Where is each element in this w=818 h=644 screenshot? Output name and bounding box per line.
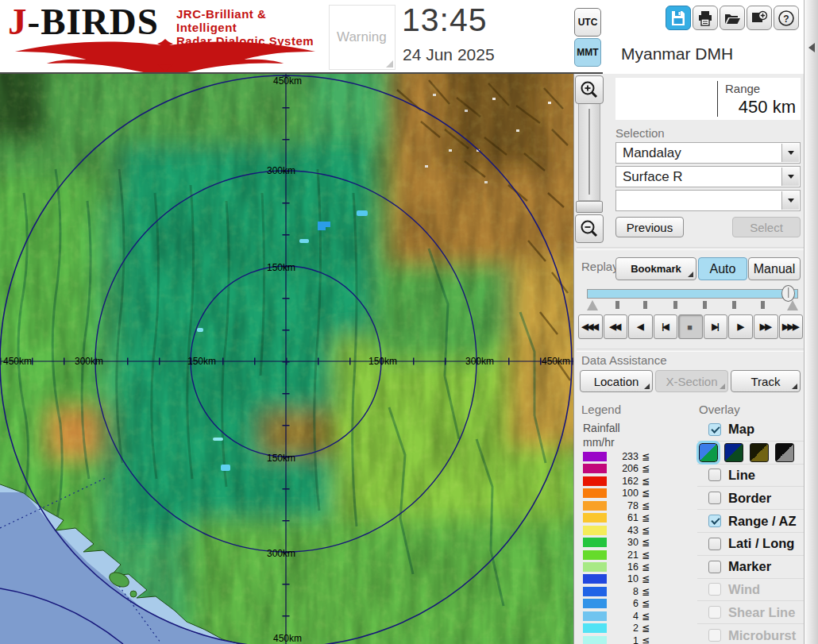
svg-text:450km: 450km [273,633,302,644]
skip-start-button[interactable]: ◀◀◀ [578,314,603,339]
separator [577,349,804,352]
checkbox-marker[interactable] [708,561,721,573]
overlay-row-border[interactable]: Border [697,487,804,510]
range-divider [717,81,718,117]
play-backward-button[interactable]: ◀ [628,314,653,339]
fast-rewind-button[interactable]: ◀◀ [604,314,628,339]
save-button[interactable] [666,6,691,30]
legend-row: 43≦ [583,525,670,537]
range-display: Range 450 km [615,78,801,120]
selection-label: Selection [615,126,665,140]
legend-row: 8≦ [583,586,670,598]
map-style-swatch-2[interactable] [724,443,743,462]
option-dropdown[interactable] [615,190,801,211]
slider-tick [703,301,707,309]
svg-text:300km: 300km [267,548,295,559]
utc-button[interactable]: UTC [574,8,601,37]
checkbox-wind [708,583,721,596]
map-style-swatch-3[interactable] [750,443,769,462]
legend-row: 233≦ [583,451,670,463]
auto-button[interactable]: Auto [698,257,747,280]
checkbox-lati-long[interactable] [708,538,721,550]
overlay-item-label: Lati / Long [728,536,794,551]
logo-title: J-BIRDS [8,0,159,43]
manual-button[interactable]: Manual [748,257,801,280]
location-button[interactable]: Location [580,370,653,392]
select-button[interactable]: Select [732,217,801,237]
mmt-button[interactable]: MMT [574,38,601,67]
slider-tick [673,301,677,309]
overlay-label: Overlay [699,403,740,416]
overlay-row-marker[interactable]: Marker [697,556,804,579]
svg-text:150km: 150km [267,453,295,464]
checkbox-map[interactable] [708,423,721,436]
product-dropdown[interactable]: Surface R [615,166,801,187]
print-button[interactable] [693,6,718,30]
site-dropdown-button[interactable] [781,144,799,162]
station-name: Myanmar DMH [621,44,733,64]
collapse-panel-icon[interactable] [808,43,815,52]
add-image-button[interactable] [747,6,772,30]
legend-color-chip [583,562,607,572]
help-icon: ? [777,10,795,27]
save-icon [669,10,687,27]
legend-row: 30≦ [583,537,670,549]
map-style-swatch-4[interactable] [775,443,794,462]
checkbox-range-az[interactable] [708,515,721,527]
xsection-button[interactable]: X-Section [655,370,728,392]
overlay-row-map[interactable]: Map [697,418,804,442]
checkbox-line[interactable] [708,469,721,481]
radar-map-canvas[interactable]: 450km 300km 150km 150km 300km 450km 450k… [0,74,573,644]
replay-slider-track[interactable] [587,289,798,299]
bookmark-button[interactable]: Bookmark [615,257,696,280]
track-button[interactable]: Track [731,370,801,392]
stop-button[interactable]: ■ [678,314,703,339]
legend-color-chip [583,452,607,461]
legend-row: 10≦ [583,573,670,585]
panel-splitter[interactable] [804,0,818,644]
option-dropdown-button[interactable] [781,191,799,210]
step-back-button[interactable]: |◀ [654,314,678,339]
product-dropdown-button[interactable] [781,168,799,186]
legend-unit-rainfall: Rainfall [583,422,620,434]
svg-text:150km: 150km [187,356,216,367]
svg-text:?: ? [783,13,789,24]
help-button[interactable]: ? [774,6,799,30]
jbirds-logo: J-BIRDS JRC-Brilliant & Intelligent Rada… [6,0,324,73]
play-button[interactable]: ▶ [728,314,753,339]
checkbox-border[interactable] [708,492,721,504]
fast-forward-button[interactable]: ▶▶ [754,314,778,339]
legend-color-chip [583,464,607,473]
step-forward-button[interactable]: ▶| [704,314,728,339]
legend-color-chip [583,587,607,596]
legend-row: 78≦ [583,500,670,512]
svg-text:300km: 300km [267,165,295,176]
clock-date: 24 Jun 2025 [403,45,495,64]
previous-button[interactable]: Previous [615,217,684,237]
site-dropdown[interactable]: Mandalay [615,142,801,164]
warning-panel[interactable]: Warning [329,5,395,70]
slider-tick [732,301,736,309]
open-folder-button[interactable] [720,6,745,30]
replay-label: Replay [581,260,619,273]
map-style-swatch-1[interactable] [699,443,718,462]
skip-end-button[interactable]: ▶▶▶ [779,314,804,339]
legend-color-chip [583,513,607,523]
legend-color-chip [583,488,607,498]
radar-map[interactable]: 450km 300km 150km 150km 300km 450km 450k… [0,74,574,644]
playback-controls: ◀◀◀ ◀◀ ◀ |◀ ■ ▶| ▶ ▶▶ ▶▶▶ [578,314,803,339]
svg-text:450km: 450km [273,75,302,87]
legend-row: 162≦ [583,476,670,488]
legend-color-chip [583,574,607,584]
legend-color-chip [583,526,607,535]
slider-start-marker[interactable] [587,300,598,310]
overlay-row-range-az[interactable]: Range / AZ [697,510,804,533]
legend-color-chip [583,538,607,547]
legend-row: 1≦ [583,635,670,644]
warning-label: Warning [337,29,387,45]
slider-end-marker[interactable] [787,300,798,310]
overlay-row-lati-long[interactable]: Lati / Long [697,533,804,556]
overlay-list: Map Line Border Range / AZ [697,418,804,644]
svg-text:150km: 150km [267,262,295,273]
overlay-row-line[interactable]: Line [697,465,804,488]
